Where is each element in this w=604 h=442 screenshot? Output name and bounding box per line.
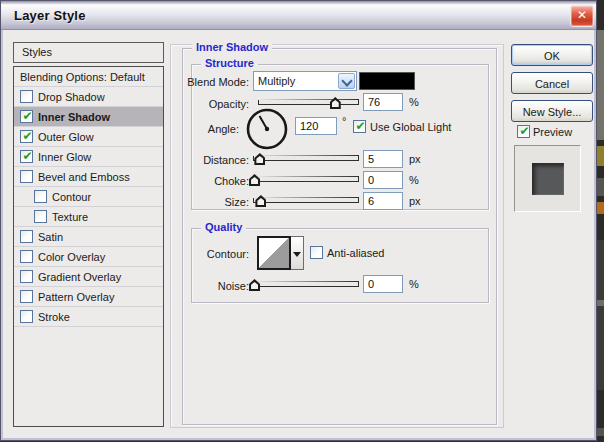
distance-label: Distance: [179,154,249,166]
style-label: Contour [52,191,91,203]
style-item-gradient-overlay[interactable]: Gradient Overlay [14,267,163,287]
size-input[interactable] [363,192,403,210]
title-bar[interactable]: Layer Style ✕ [1,1,596,30]
style-label: Inner Glow [38,151,91,163]
style-item-stroke[interactable]: Stroke [14,307,163,327]
choke-input[interactable] [363,171,403,189]
angle-input[interactable] [295,117,337,135]
use-global-light-checkbox[interactable] [353,120,366,133]
angle-dial[interactable] [245,107,289,151]
blend-mode-label: Blend Mode: [179,76,249,88]
window-title: Layer Style [14,8,86,23]
blend-mode-select[interactable]: Multiply [253,71,357,91]
distance-slider[interactable] [253,151,359,166]
size-slider[interactable] [253,193,359,208]
opacity-label: Opacity: [179,98,249,110]
contour-swatch[interactable] [257,236,291,270]
style-checkbox[interactable] [20,230,33,243]
styles-header: Styles [13,42,164,63]
style-item-bevel-and-emboss[interactable]: Bevel and Emboss [14,167,163,187]
layer-style-dialog: Layer Style ✕ Styles Blending Options: D… [0,0,597,441]
slider-track[interactable] [253,155,359,161]
style-item-satin[interactable]: Satin [14,227,163,247]
style-checkbox[interactable] [20,90,33,103]
blend-mode-value: Multiply [254,75,337,87]
style-item-inner-glow[interactable]: Inner Glow [14,147,163,167]
close-icon: ✕ [577,8,587,22]
anti-aliased-label: Anti-aliased [327,247,384,259]
cancel-button[interactable]: Cancel [511,72,593,94]
style-item-drop-shadow[interactable]: Drop Shadow [14,87,163,107]
preview-label: Preview [533,126,572,138]
style-label: Drop Shadow [38,91,105,103]
anti-aliased-checkbox[interactable] [310,246,323,259]
close-button[interactable]: ✕ [570,5,594,27]
background-strip [597,0,604,442]
style-label: Gradient Overlay [38,271,121,283]
contour-dropdown-button[interactable] [291,236,304,270]
slider-thumb[interactable] [254,153,265,165]
contour-label: Contour: [179,248,249,260]
use-global-light-label: Use Global Light [370,121,451,133]
style-label: Outer Glow [38,131,94,143]
style-checkbox[interactable] [20,150,33,163]
shadow-color-swatch[interactable] [359,72,415,90]
opacity-input[interactable] [363,93,403,111]
style-checkbox[interactable] [20,310,33,323]
noise-unit: % [409,278,419,290]
style-label: Color Overlay [38,251,105,263]
degree-symbol: ° [342,115,346,127]
opacity-unit: % [409,96,419,108]
noise-label: Noise: [179,280,249,292]
size-label: Size: [179,196,249,208]
style-label: Bevel and Emboss [38,171,130,183]
style-checkbox[interactable] [20,250,33,263]
style-item-outer-glow[interactable]: Outer Glow [14,127,163,147]
style-item-pattern-overlay[interactable]: Pattern Overlay [14,287,163,307]
style-item-texture[interactable]: Texture [14,207,163,227]
distance-unit: px [409,153,421,165]
style-label: Satin [38,231,63,243]
angle-label: Angle: [169,123,239,135]
choke-slider[interactable] [253,172,359,187]
quality-group-title: Quality [201,221,246,233]
noise-input[interactable] [363,275,403,293]
style-checkbox[interactable] [34,190,47,203]
style-checkbox[interactable] [20,290,33,303]
style-item-color-overlay[interactable]: Color Overlay [14,247,163,267]
style-label: Inner Shadow [38,111,110,123]
slider-track[interactable] [253,281,359,287]
distance-input[interactable] [363,150,403,168]
style-item-blending-options-default[interactable]: Blending Options: Default [14,67,163,87]
chevron-down-icon[interactable] [338,73,355,89]
slider-track[interactable] [253,197,359,203]
style-label: Texture [52,211,88,223]
style-item-inner-shadow[interactable]: Inner Shadow [14,107,163,127]
style-checkbox[interactable] [20,170,33,183]
ok-button[interactable]: OK [511,44,593,66]
preview-thumbnail [514,145,581,212]
noise-slider[interactable] [253,277,359,292]
choke-unit: % [409,174,419,186]
slider-thumb[interactable] [255,195,266,207]
style-checkbox[interactable] [34,210,47,223]
style-checkbox[interactable] [20,270,33,283]
choke-label: Choke: [179,175,249,187]
style-label: Pattern Overlay [38,291,114,303]
slider-thumb[interactable] [330,97,341,109]
inner-shadow-group-title: Inner Shadow [192,41,272,53]
style-label: Blending Options: Default [20,71,145,83]
preview-inner-square [532,163,564,195]
style-item-contour[interactable]: Contour [14,187,163,207]
style-checkbox[interactable] [20,130,33,143]
structure-group-title: Structure [201,57,258,69]
size-unit: px [409,195,421,207]
slider-track[interactable] [258,99,359,105]
style-label: Stroke [38,311,70,323]
preview-toggle[interactable]: Preview [517,125,572,138]
styles-list: Blending Options: DefaultDrop ShadowInne… [13,66,164,427]
preview-checkbox[interactable] [517,125,530,138]
slider-track[interactable] [253,176,359,182]
style-checkbox[interactable] [20,110,33,123]
new-style-button[interactable]: New Style... [511,100,593,122]
